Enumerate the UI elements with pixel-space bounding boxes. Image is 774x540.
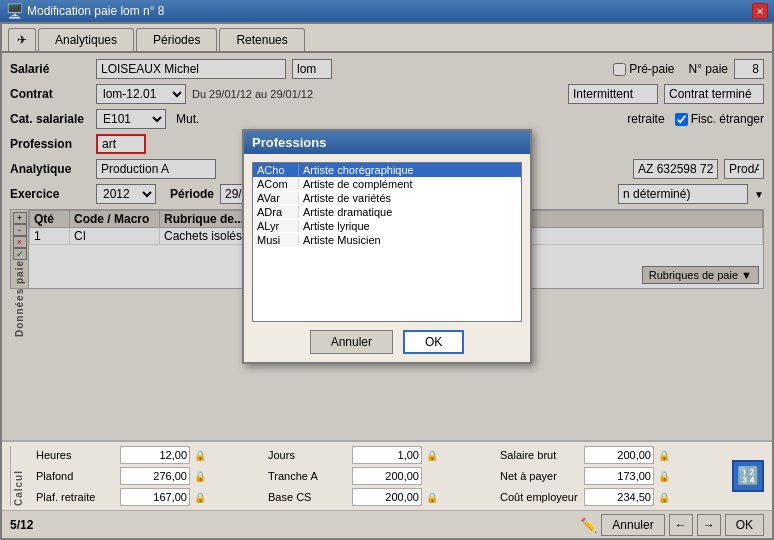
- window-title: Modification paie lom n° 8: [27, 4, 165, 18]
- calcul-net-a-payer: Net à payer 🔒: [500, 467, 724, 485]
- profession-list[interactable]: AChoArtiste chorégraphiqueAComArtiste de…: [252, 162, 522, 322]
- modal-ok-button[interactable]: OK: [403, 330, 464, 354]
- footer-ok-button[interactable]: OK: [725, 514, 764, 536]
- profession-list-item[interactable]: AVarArtiste de variétés: [253, 191, 521, 205]
- footer-annuler-button[interactable]: Annuler: [601, 514, 664, 536]
- plafond-lock: 🔒: [194, 471, 206, 482]
- cout-employeur-lock: 🔒: [658, 492, 670, 503]
- base-cs-lock: 🔒: [426, 492, 438, 503]
- profession-list-item[interactable]: AComArtiste de complément: [253, 177, 521, 191]
- tranche-a-input[interactable]: [352, 467, 422, 485]
- salaire-brut-input[interactable]: [584, 446, 654, 464]
- professions-modal: Professions AChoArtiste chorégraphiqueAC…: [242, 129, 532, 364]
- tab-home[interactable]: ✈: [8, 28, 36, 51]
- close-button[interactable]: ✕: [752, 3, 768, 19]
- heures-lock: 🔒: [194, 450, 206, 461]
- calculator-icon[interactable]: 🔢: [732, 460, 764, 492]
- page-indicator: 5/12: [10, 518, 33, 532]
- nav-prev-button[interactable]: ←: [669, 514, 693, 536]
- footer: 5/12 ✏️ Annuler ← → OK: [2, 510, 772, 538]
- calcul-salaire-brut: Salaire brut 🔒: [500, 446, 724, 464]
- app-icon: 🖥️: [6, 3, 23, 19]
- profession-list-item[interactable]: MusiArtiste Musicien: [253, 233, 521, 247]
- modal-annuler-button[interactable]: Annuler: [310, 330, 393, 354]
- net-a-payer-input[interactable]: [584, 467, 654, 485]
- nav-next-button[interactable]: →: [697, 514, 721, 536]
- profession-list-item[interactable]: ADraArtiste dramatique: [253, 205, 521, 219]
- pencil-icon: ✏️: [580, 517, 597, 533]
- calcul-section: Calcul Heures 🔒 Jours 🔒 Salaire brut 🔒: [2, 440, 772, 510]
- calcul-cout-employeur: Coût employeur 🔒: [500, 488, 724, 506]
- tab-bar: ✈ Analytiques Périodes Retenues: [2, 24, 772, 53]
- calcul-base-cs: Base CS 🔒: [268, 488, 492, 506]
- base-cs-input[interactable]: [352, 488, 422, 506]
- calcul-label: Calcul: [10, 446, 24, 506]
- jours-lock: 🔒: [426, 450, 438, 461]
- plafond-input[interactable]: [120, 467, 190, 485]
- modal-title: Professions: [244, 131, 530, 154]
- calcul-grid: Heures 🔒 Jours 🔒 Salaire brut 🔒 Plafond: [36, 446, 724, 506]
- heures-input[interactable]: [120, 446, 190, 464]
- footer-buttons: ✏️ Annuler ← → OK: [580, 514, 764, 536]
- tab-analytiques[interactable]: Analytiques: [38, 28, 134, 51]
- cout-employeur-input[interactable]: [584, 488, 654, 506]
- modal-overlay: Professions AChoArtiste chorégraphiqueAC…: [2, 53, 772, 440]
- home-icon: ✈: [17, 33, 27, 47]
- tab-periodes[interactable]: Périodes: [136, 28, 217, 51]
- title-bar: 🖥️ Modification paie lom n° 8 ✕: [0, 0, 774, 22]
- jours-input[interactable]: [352, 446, 422, 464]
- calcul-tranche-a: Tranche A: [268, 467, 492, 485]
- calcul-heures: Heures 🔒: [36, 446, 260, 464]
- profession-list-item[interactable]: AChoArtiste chorégraphique: [253, 163, 521, 177]
- tab-retenues[interactable]: Retenues: [219, 28, 304, 51]
- net-a-payer-lock: 🔒: [658, 471, 670, 482]
- salaire-brut-lock: 🔒: [658, 450, 670, 461]
- plaf-retraite-lock: 🔒: [194, 492, 206, 503]
- plaf-retraite-input[interactable]: [120, 488, 190, 506]
- calcul-jours: Jours 🔒: [268, 446, 492, 464]
- calcul-plafond: Plafond 🔒: [36, 467, 260, 485]
- profession-list-item[interactable]: ALyrArtiste lyrique: [253, 219, 521, 233]
- calcul-plaf-retraite: Plaf. retraite 🔒: [36, 488, 260, 506]
